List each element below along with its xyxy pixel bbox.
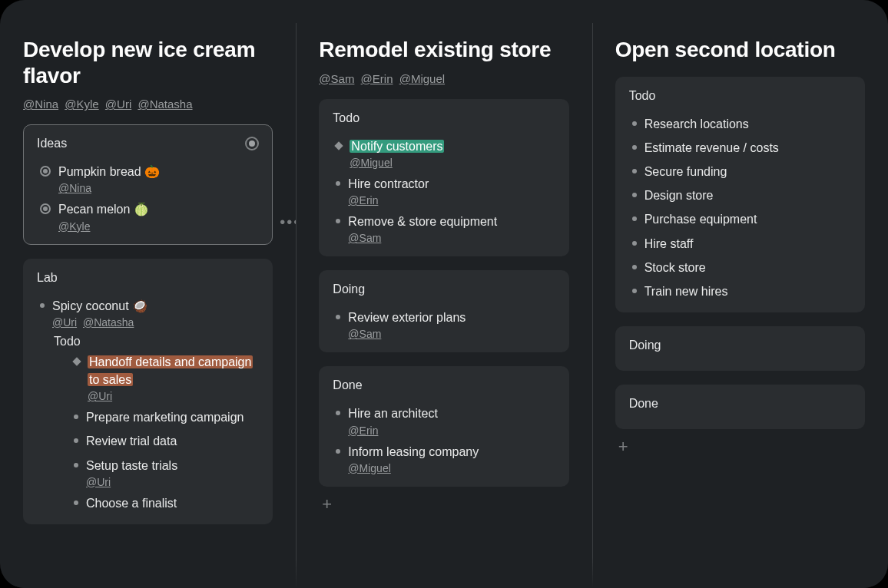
board-column: Develop new ice cream flavor@Nina @Kyle … [0,0,296,588]
card-header: Doing [333,282,555,296]
board-column: Remodel existing store@Sam @Erin @Miguel… [296,0,591,588]
mention[interactable]: @Uri [86,476,111,488]
mention[interactable]: @Nina [23,97,58,111]
item-text: Stock store [644,259,851,276]
todo-card[interactable]: TodoNotify customers@MiguelHire contract… [319,99,568,257]
item-text: Pecan melon 🍈 [58,200,259,218]
list-item[interactable]: Secure funding [629,158,851,182]
list-item[interactable]: Research locations [629,111,851,134]
column-assignees: @Sam @Erin @Miguel [319,72,568,85]
item-text: Estimate revenue / costs [644,139,851,157]
mention[interactable]: @Natasha [83,316,134,329]
mention[interactable]: @Miguel [348,462,390,474]
mention[interactable]: @Miguel [350,157,392,169]
item-body: Setup taste trials@Uri [86,457,259,488]
item-body: Pumpkin bread 🎃@Nina [58,163,259,194]
item-body: Estimate revenue / costs [644,139,851,157]
mention[interactable]: @Uri [52,316,77,329]
done-card[interactable]: DoneHire an architect@ErinInform leasing… [319,366,568,486]
item-body: Remove & store equipment@Sam [348,213,555,244]
list-item[interactable]: Hire contractor@Erin [333,170,555,208]
more-actions-icon[interactable]: ••• [280,213,296,231]
mention[interactable]: @Kyle [58,220,90,233]
item-body: Spicy coconut 🥥@Uri @Natasha [52,297,259,329]
highlighted-text: Handoff details and campaign to sales [88,355,253,386]
dot-bullet-icon [632,216,637,221]
list-item[interactable]: Setup taste trials@Uri [71,452,259,490]
dot-bullet-icon [632,193,637,197]
list-item[interactable]: Remove & store equipment@Sam [333,208,555,246]
card-header: Doing [629,339,851,352]
mention[interactable]: @Uri [88,390,112,402]
mention[interactable]: @Erin [348,424,378,437]
dot-bullet-icon [632,145,637,150]
item-text: Hire contractor [348,175,555,193]
mention[interactable]: @Miguel [399,72,445,85]
done-card[interactable]: Done [615,385,865,429]
mention[interactable]: @Uri [105,97,131,111]
sub-section-title: Todo [37,330,259,349]
dot-bullet-icon [336,315,340,319]
board-column: Open second locationTodoResearch locatio… [592,0,888,588]
mention[interactable]: @Natasha [138,97,192,111]
mention[interactable]: @Erin [348,194,378,206]
list-item[interactable]: Prepare marketing campaign [71,404,259,428]
list-item[interactable]: Hire staff [629,230,851,254]
assignee-row: @Kyle [58,220,259,233]
list-item[interactable]: Pecan melon 🍈@Kyle [37,196,259,233]
list-item[interactable]: Pumpkin bread 🎃@Nina [37,158,259,196]
add-card-button[interactable]: + [319,487,568,522]
doing-card[interactable]: DoingReview exterior plans@Sam [319,270,568,352]
item-text: Review trial data [86,432,259,450]
item-body: Hire an architect@Erin [348,405,555,436]
diamond-bullet-icon [72,357,81,365]
todo-card[interactable]: TodoResearch locationsEstimate revenue /… [615,77,865,313]
radio-ring-icon[interactable] [245,137,259,150]
mention[interactable]: @Nina [58,182,91,194]
diamond-bullet-icon [335,141,343,150]
mention[interactable]: @Erin [361,72,393,85]
item-text: Research locations [644,115,851,133]
list-item[interactable]: Notify customers@Miguel [333,133,555,170]
item-list: Research locationsEstimate revenue / cos… [629,111,851,302]
list-item[interactable]: Review trial data [71,428,259,451]
assignee-row: @Uri @Natasha [52,316,259,329]
item-text: Remove & store equipment [348,213,555,230]
list-item[interactable]: Estimate revenue / costs [629,134,851,158]
mention[interactable]: @Sam [319,72,354,85]
item-text: Notify customers [350,137,555,155]
radio-bullet-icon [40,166,51,177]
lab-card[interactable]: LabSpicy coconut 🥥@Uri @NatashaTodoHando… [23,259,273,524]
item-body: Handoff details and campaign to sales@Ur… [88,353,259,402]
list-item[interactable]: Train new hires [629,278,851,302]
mention[interactable]: @Sam [348,328,381,340]
item-text: Secure funding [644,163,851,180]
list-item[interactable]: Handoff details and campaign to sales@Ur… [71,349,259,404]
list-item[interactable]: Design store [629,182,851,206]
add-card-button[interactable]: + [615,429,865,464]
list-item[interactable]: Stock store [629,254,851,278]
ideas-card[interactable]: IdeasPumpkin bread 🎃@NinaPecan melon 🍈@K… [23,124,273,244]
item-text: Purchase equipment [644,210,851,228]
assignee-row: @Sam [348,328,555,340]
item-list: Notify customers@MiguelHire contractor@E… [333,133,555,246]
list-item[interactable]: Hire an architect@Erin [333,400,555,438]
assignee-row: @Uri [88,390,259,402]
list-item[interactable]: Purchase equipment [629,206,851,230]
list-item[interactable]: Inform leasing company@Miguel [333,438,555,476]
mention[interactable]: @Sam [348,232,381,244]
dot-bullet-icon [632,265,637,269]
doing-card[interactable]: Doing [615,326,865,371]
list-item[interactable]: Choose a finalist [71,490,259,514]
list-item[interactable]: Review exterior plans@Sam [333,304,555,342]
card-header: Todo [333,111,555,125]
list-item[interactable]: Spicy coconut 🥥@Uri @Natasha [37,292,259,330]
item-body: Research locations [644,115,851,133]
item-text: Prepare marketing campaign [86,408,259,426]
column-title: Open second location [615,37,865,63]
item-body: Secure funding [644,163,851,180]
mention[interactable]: @Kyle [65,97,98,111]
card-header: Ideas [37,137,259,150]
board-app: Develop new ice cream flavor@Nina @Kyle … [0,0,888,588]
item-list: Review exterior plans@Sam [333,304,555,342]
